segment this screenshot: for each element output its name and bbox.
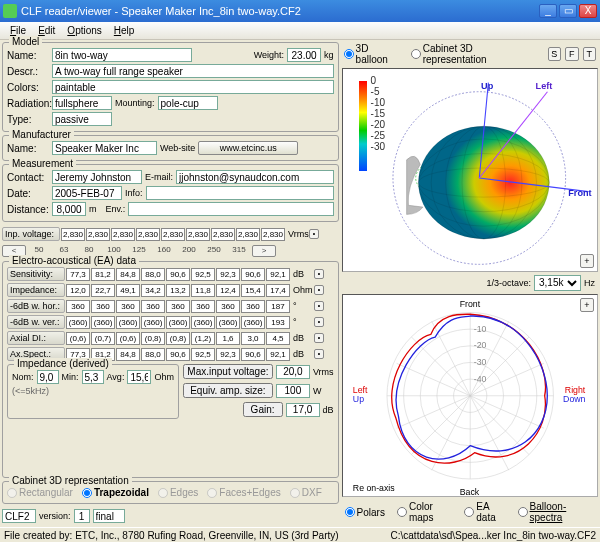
- ea-cell[interactable]: (1,2): [191, 332, 215, 345]
- ea-cell[interactable]: (360): [141, 316, 165, 329]
- ea-cell[interactable]: 15,4: [241, 284, 265, 297]
- ea-cell[interactable]: (360): [116, 316, 140, 329]
- ea-cell[interactable]: 92,1: [266, 348, 290, 361]
- ea-cell[interactable]: (360): [91, 316, 115, 329]
- cab3d-radio[interactable]: Cabinet 3D representation: [411, 43, 534, 65]
- ea-cell[interactable]: (360): [241, 316, 265, 329]
- menu-help[interactable]: Help: [108, 24, 141, 37]
- ea-cell[interactable]: 360: [191, 300, 215, 313]
- ea-cell[interactable]: 92,5: [191, 268, 215, 281]
- colors-input[interactable]: [52, 80, 334, 94]
- ea-cell[interactable]: 92,3: [216, 348, 240, 361]
- balloon-canvas[interactable]: 0 -5 -10 -15 -20 -25 -30: [342, 68, 598, 272]
- ea-cell[interactable]: 49,1: [116, 284, 140, 297]
- ea-row-header[interactable]: Axial DI.:: [7, 331, 65, 345]
- ea-cell[interactable]: (360): [216, 316, 240, 329]
- maxv-button[interactable]: Max.input voltage:: [183, 364, 273, 379]
- octave-select[interactable]: 3,15k: [534, 275, 581, 291]
- ea-cell[interactable]: (360): [66, 316, 90, 329]
- date-input[interactable]: [52, 186, 122, 200]
- ea-cell[interactable]: 88,0: [141, 348, 165, 361]
- ea-cell[interactable]: 92,3: [216, 268, 240, 281]
- view-t-button[interactable]: T: [583, 47, 596, 61]
- inp-voltage-menu-button[interactable]: •: [309, 229, 319, 239]
- ea-cell[interactable]: 360: [66, 300, 90, 313]
- ea-cell[interactable]: 17,4: [266, 284, 290, 297]
- close-button[interactable]: X: [579, 4, 597, 18]
- ea-cell[interactable]: (0,6): [66, 332, 90, 345]
- ea-cell[interactable]: 77,3: [66, 268, 90, 281]
- ea-cell[interactable]: 3,0: [241, 332, 265, 345]
- balloon-radio[interactable]: 3D balloon: [344, 43, 401, 65]
- type-input[interactable]: [52, 112, 112, 126]
- maximize-button[interactable]: ▭: [559, 4, 577, 18]
- cab-rect-radio[interactable]: Rectangular: [7, 487, 73, 498]
- ea-cell[interactable]: 360: [141, 300, 165, 313]
- ea-cell[interactable]: 13,2: [166, 284, 190, 297]
- ea-row-header[interactable]: Impedance:: [7, 283, 65, 297]
- ea-cell[interactable]: 22,7: [91, 284, 115, 297]
- ea-cell[interactable]: (0,7): [91, 332, 115, 345]
- nom-input[interactable]: [37, 370, 59, 384]
- ea-cell[interactable]: 90,6: [166, 348, 190, 361]
- ea-cell[interactable]: 11,8: [191, 284, 215, 297]
- ampsz-input[interactable]: [276, 384, 310, 398]
- inp-voltage-cell[interactable]: 2,830: [111, 228, 135, 241]
- ea-cell[interactable]: 84,8: [116, 268, 140, 281]
- ea-menu-button[interactable]: •: [314, 301, 324, 311]
- ea-cell[interactable]: 360: [166, 300, 190, 313]
- inp-voltage-cell[interactable]: 2,830: [86, 228, 110, 241]
- contact-input[interactable]: [52, 170, 142, 184]
- clf-input[interactable]: [2, 509, 36, 523]
- ea-cell[interactable]: (360): [166, 316, 190, 329]
- polar-canvas[interactable]: Front Back Left Up Right Down Re on-axis…: [342, 294, 598, 498]
- ea-cell[interactable]: 193: [266, 316, 290, 329]
- mfr-name-input[interactable]: [52, 141, 157, 155]
- ea-cell[interactable]: 92,1: [266, 268, 290, 281]
- inp-voltage-cell[interactable]: 2,830: [236, 228, 260, 241]
- tab-balloon-spectra[interactable]: Balloon-spectra: [518, 501, 589, 523]
- descr-input[interactable]: [52, 64, 334, 78]
- ea-menu-button[interactable]: •: [314, 349, 324, 359]
- view-s-button[interactable]: S: [548, 47, 561, 61]
- ea-cell[interactable]: 84,8: [116, 348, 140, 361]
- ea-cell[interactable]: 90,6: [166, 268, 190, 281]
- distance-input[interactable]: [52, 202, 86, 216]
- ea-cell[interactable]: 90,6: [241, 348, 265, 361]
- gain-button[interactable]: Gain:: [243, 402, 283, 417]
- ea-cell[interactable]: (0,8): [141, 332, 165, 345]
- ea-cell[interactable]: 12,4: [216, 284, 240, 297]
- inp-voltage-cell[interactable]: 2,830: [161, 228, 185, 241]
- ea-cell[interactable]: 360: [91, 300, 115, 313]
- ea-cell[interactable]: 1,6: [216, 332, 240, 345]
- env-input[interactable]: [128, 202, 333, 216]
- ea-cell[interactable]: (360): [191, 316, 215, 329]
- ea-cell[interactable]: 34,2: [141, 284, 165, 297]
- ea-cell[interactable]: (0,6): [116, 332, 140, 345]
- menu-options[interactable]: Options: [61, 24, 107, 37]
- ea-cell[interactable]: 81,2: [91, 268, 115, 281]
- radiation-input[interactable]: [52, 96, 112, 110]
- polar-plus-button[interactable]: +: [580, 298, 594, 312]
- inp-voltage-cell[interactable]: 2,830: [186, 228, 210, 241]
- ea-row-header[interactable]: -6dB w. hor.:: [7, 299, 65, 313]
- inp-voltage-cell[interactable]: 2,830: [61, 228, 85, 241]
- cab-trap-radio[interactable]: Trapezoidal: [82, 487, 149, 498]
- gain-input[interactable]: [286, 403, 320, 417]
- tab-polars[interactable]: Polars: [345, 507, 385, 518]
- ea-menu-button[interactable]: •: [314, 269, 324, 279]
- maxv-input[interactable]: [276, 365, 310, 379]
- ea-cell[interactable]: 88,0: [141, 268, 165, 281]
- ea-cell[interactable]: 360: [116, 300, 140, 313]
- info-input[interactable]: [146, 186, 334, 200]
- avg-input[interactable]: [127, 370, 151, 384]
- ea-menu-button[interactable]: •: [314, 333, 324, 343]
- ea-cell[interactable]: (0,8): [166, 332, 190, 345]
- version-input[interactable]: [74, 509, 90, 523]
- tab-colormaps[interactable]: Color maps: [397, 501, 452, 523]
- website-button[interactable]: www.etcinc.us: [198, 141, 298, 155]
- ea-menu-button[interactable]: •: [314, 317, 324, 327]
- cab-edges-radio[interactable]: Edges: [158, 487, 198, 498]
- cab-faces-radio[interactable]: Faces+Edges: [207, 487, 280, 498]
- min-input[interactable]: [82, 370, 104, 384]
